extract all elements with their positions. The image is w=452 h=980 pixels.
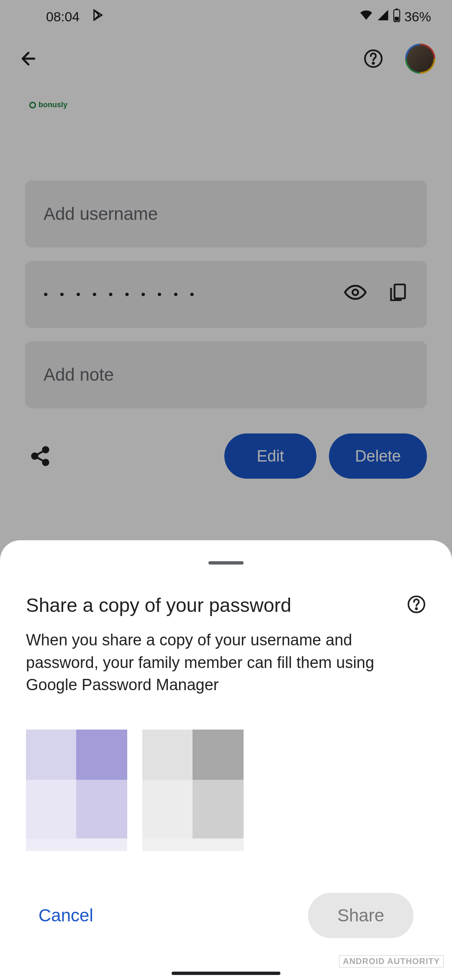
sheet-drag-handle[interactable]: [208, 561, 244, 565]
cancel-button[interactable]: Cancel: [39, 905, 93, 926]
share-password-sheet: Share a copy of your password When you s…: [0, 540, 452, 980]
contact-item[interactable]: [26, 730, 127, 851]
share-button[interactable]: Share: [308, 893, 413, 938]
sheet-description: When you share a copy of your username a…: [26, 629, 426, 696]
navigation-handle[interactable]: [172, 972, 280, 975]
sheet-title: Share a copy of your password: [26, 594, 291, 616]
contact-item[interactable]: [142, 730, 244, 851]
svg-point-13: [416, 608, 417, 609]
contact-list: [26, 730, 426, 851]
sheet-help-button[interactable]: [407, 595, 426, 616]
watermark: ANDROID AUTHORITY: [339, 955, 444, 967]
